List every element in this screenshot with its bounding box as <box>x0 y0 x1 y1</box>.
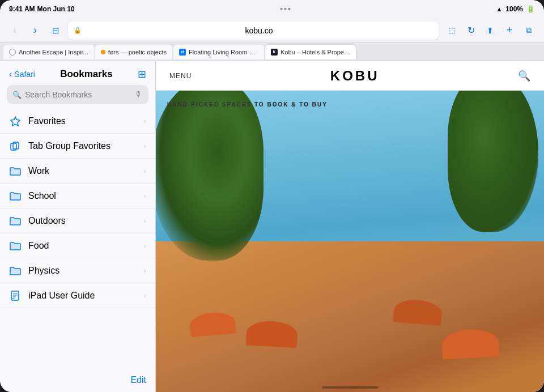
bookmark-item-school[interactable]: School › <box>0 184 155 208</box>
tab-favicon-globe <box>9 49 16 56</box>
time-display: 9:41 AM <box>9 5 35 13</box>
add-tab-button[interactable]: + <box>501 22 518 39</box>
edit-button[interactable]: Edit <box>130 375 146 385</box>
mic-icon[interactable]: 🎙 <box>135 90 143 99</box>
folder-icon <box>9 215 22 227</box>
svg-rect-2 <box>11 291 19 300</box>
bookmark-item-favorites[interactable]: Favorites › <box>0 109 155 134</box>
tab-favicon-dot <box>101 50 105 54</box>
star-icon <box>9 115 22 127</box>
folder-icon <box>9 240 22 252</box>
tab-favicon-d: d <box>179 49 186 56</box>
bookmark-label: Food <box>28 241 137 251</box>
bookmark-item-physics[interactable]: Physics › <box>0 258 155 283</box>
website-hero: HAND-PICKED SPACES TO BOOK & TO BUY FEAT… <box>156 91 544 392</box>
tab-overview-button[interactable]: ⧉ <box>520 22 537 39</box>
bookmark-label: Favorites <box>28 116 137 126</box>
bookmark-item-work[interactable]: Work › <box>0 159 155 184</box>
back-label: Safari <box>14 70 35 79</box>
status-bar-left: 9:41 AM Mon Jun 10 <box>9 5 75 13</box>
tagline-wrapper: HAND-PICKED SPACES TO BOOK & TO BUY <box>167 99 328 109</box>
tabs-bar: Another Escape | Inspir... førs — poetic… <box>0 43 544 61</box>
chevron-left-icon: ‹ <box>9 69 12 79</box>
status-bar-right: ▲ 100% 🔋 <box>496 5 535 13</box>
website-header: MENU KOBU 🔍 <box>156 61 544 91</box>
chevron-right-icon: › <box>144 191 146 200</box>
bookmark-item-food[interactable]: Food › <box>0 233 155 258</box>
tab-label: Floating Living Room Se... <box>189 49 258 56</box>
address-bar[interactable]: 🔒 kobu.co <box>68 22 439 40</box>
folder-icon <box>9 190 22 202</box>
tab-label: Another Escape | Inspir... <box>19 49 88 56</box>
sidebar-header: ‹ Safari Bookmarks ⊞ <box>0 61 155 85</box>
sidebar-title: Bookmarks <box>60 69 113 80</box>
book-icon <box>9 289 22 302</box>
bookmark-label: iPad User Guide <box>28 291 137 301</box>
tagline-text: HAND-PICKED SPACES TO BOOK & TO BUY <box>167 101 328 108</box>
status-bar: 9:41 AM Mon Jun 10 ••• ▲ 100% 🔋 <box>0 0 544 18</box>
main-content: ‹ Safari Bookmarks ⊞ 🔍 🎙 <box>0 61 544 392</box>
chevron-right-icon: › <box>144 266 146 275</box>
date-display: Mon Jun 10 <box>37 5 75 13</box>
bookmark-item-ipad-user-guide[interactable]: iPad User Guide › <box>0 283 155 308</box>
reader-mode-button[interactable]: ⊟ <box>48 23 63 39</box>
tab-favicon-k: K <box>271 49 278 56</box>
pip-button[interactable]: ⬚ <box>443 22 460 39</box>
battery-display: 100% <box>505 5 523 13</box>
chevron-right-icon: › <box>144 216 146 225</box>
forward-button[interactable]: › <box>27 23 43 39</box>
back-to-safari[interactable]: ‹ Safari <box>9 69 35 79</box>
bookmark-item-outdoors[interactable]: Outdoors › <box>0 208 155 233</box>
lock-icon: 🔒 <box>74 27 82 34</box>
reload-button[interactable]: ↻ <box>462 22 479 39</box>
bookmark-label: School <box>28 191 137 201</box>
website-search-icon[interactable]: 🔍 <box>518 70 530 82</box>
chevron-right-icon: › <box>144 117 146 125</box>
website-logo: KOBU <box>330 68 380 84</box>
bookmark-label: Outdoors <box>28 216 137 226</box>
bookmark-label: Physics <box>28 266 137 276</box>
tab-label: Kobu – Hotels & Propert... <box>280 49 350 56</box>
folder-icon <box>9 265 22 277</box>
battery-icon: 🔋 <box>526 5 535 13</box>
search-input[interactable] <box>25 90 131 99</box>
camera-notch: ••• <box>280 5 291 14</box>
back-button[interactable]: ‹ <box>7 23 23 39</box>
sidebar-footer: Edit <box>0 368 155 392</box>
tree-left <box>156 91 264 261</box>
chevron-right-icon: › <box>144 241 146 250</box>
bookmark-list: Favorites › Tab Group Favorites › <box>0 109 155 368</box>
sidebar: ‹ Safari Bookmarks ⊞ 🔍 🎙 <box>0 61 156 392</box>
scroll-indicator <box>322 386 379 389</box>
sidebar-grid-icon[interactable]: ⊞ <box>138 68 146 80</box>
toolbar-buttons: ⬚ ↻ ⬆ + ⧉ <box>443 22 537 39</box>
search-icon: 🔍 <box>12 91 22 99</box>
tab-another-escape[interactable]: Another Escape | Inspir... <box>3 45 94 59</box>
chevron-right-icon: › <box>144 167 146 175</box>
wifi-icon: ▲ <box>496 6 502 12</box>
tab-group-icon <box>9 140 22 152</box>
chevron-right-icon: › <box>144 142 146 150</box>
url-display: kobu.co <box>85 26 433 35</box>
folder-icon <box>9 165 22 177</box>
chevron-right-icon: › <box>144 291 146 300</box>
bookmark-item-tab-group-favorites[interactable]: Tab Group Favorites › <box>0 134 155 159</box>
browser-toolbar: ‹ › ⊟ 🔒 kobu.co ⬚ ↻ ⬆ + ⧉ <box>0 18 544 43</box>
tab-fors[interactable]: førs — poetic objects <box>95 45 172 59</box>
tab-kobu[interactable]: K Kobu – Hotels & Propert... <box>265 45 356 59</box>
ipad-frame: 9:41 AM Mon Jun 10 ••• ▲ 100% 🔋 ‹ › ⊟ 🔒 … <box>0 0 544 392</box>
tab-floating[interactable]: d Floating Living Room Se... <box>173 45 264 59</box>
tab-label: førs — poetic objects <box>108 49 167 56</box>
search-bar[interactable]: 🔍 🎙 <box>7 85 148 104</box>
website-menu[interactable]: MENU <box>169 72 192 80</box>
bookmark-label: Tab Group Favorites <box>28 141 137 151</box>
bookmark-label: Work <box>28 166 137 176</box>
web-content: MENU KOBU 🔍 <box>156 61 544 392</box>
share-button[interactable]: ⬆ <box>482 22 499 39</box>
